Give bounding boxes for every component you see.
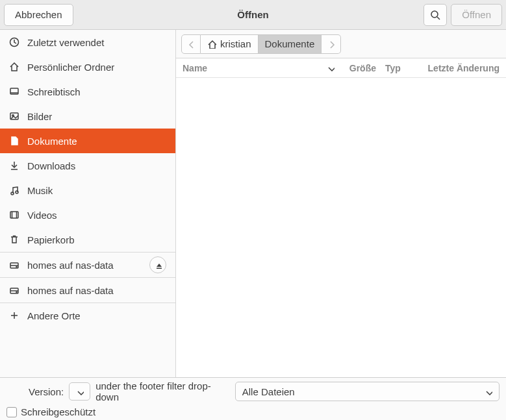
sidebar-item-music[interactable]: Musik xyxy=(0,178,175,203)
sidebar-item-desktop[interactable]: Schreibtisch xyxy=(0,79,175,104)
path-back-button[interactable] xyxy=(181,34,201,54)
sidebar-item-label: Musik xyxy=(27,185,53,196)
video-icon xyxy=(9,210,19,220)
footer: Version: under the footer filter drop-do… xyxy=(0,377,506,420)
sidebar-mount-1[interactable]: homes auf nas-data xyxy=(0,278,175,303)
chevron-right-icon xyxy=(327,40,336,49)
download-icon xyxy=(9,160,19,171)
sidebar-item-documents[interactable]: Dokumente xyxy=(0,129,175,153)
eject-button[interactable] xyxy=(149,256,166,273)
plus-icon xyxy=(9,310,19,321)
sidebar-item-label: Downloads xyxy=(27,160,75,171)
drive-icon xyxy=(9,285,19,295)
home-icon xyxy=(9,62,19,72)
chevron-left-icon xyxy=(186,40,196,49)
sidebar-item-trash[interactable]: Papierkorb xyxy=(0,227,175,252)
sidebar-item-downloads[interactable]: Downloads xyxy=(0,153,175,178)
sidebar-item-pictures[interactable]: Bilder xyxy=(0,104,175,129)
sidebar-item-label: Zuletzt verwendet xyxy=(27,37,104,48)
sidebar-item-label: homes auf nas-data xyxy=(27,260,114,271)
music-icon xyxy=(9,185,19,195)
column-header-name[interactable]: Name xyxy=(183,63,335,73)
open-button[interactable]: Öffnen xyxy=(451,4,502,26)
chevron-down-icon xyxy=(327,64,335,71)
column-header-size[interactable]: Größe xyxy=(344,63,376,73)
column-header-modified[interactable]: Letzte Änderung xyxy=(416,63,500,73)
version-dropdown[interactable] xyxy=(69,382,90,401)
sidebar-item-label: Persönlicher Ordner xyxy=(27,62,114,73)
desktop-icon xyxy=(9,86,19,97)
path-segment-label: Dokumente xyxy=(265,38,315,49)
document-icon xyxy=(9,136,19,146)
sidebar-item-recent[interactable]: Zuletzt verwendet xyxy=(0,30,175,55)
readonly-checkbox[interactable] xyxy=(6,407,17,417)
version-label: Version: xyxy=(29,386,64,397)
chevron-down-icon xyxy=(76,388,84,395)
clock-icon xyxy=(9,37,19,47)
chevron-down-icon xyxy=(485,386,492,397)
sidebar-item-label: Dokumente xyxy=(27,136,77,147)
titlebar: Abbrechen Öffnen Öffnen xyxy=(0,0,506,30)
path-segment-label: kristian xyxy=(220,38,251,49)
readonly-label: Schreibgeschützt xyxy=(21,406,95,417)
path-segment-home[interactable]: kristian xyxy=(201,34,259,54)
drive-icon xyxy=(9,260,19,270)
sidebar-item-label: Bilder xyxy=(27,111,52,122)
search-icon xyxy=(430,10,440,20)
column-header-label: Name xyxy=(183,63,207,73)
trash-icon xyxy=(9,234,19,245)
sidebar-other-locations[interactable]: Andere Orte xyxy=(0,303,175,328)
file-browser: kristian Dokumente Name Größe Typ Letzte… xyxy=(176,30,506,377)
file-list[interactable] xyxy=(176,78,506,377)
path-bar: kristian Dokumente xyxy=(176,30,506,58)
sidebar-item-label: Papierkorb xyxy=(27,234,75,245)
sidebar-item-label: Videos xyxy=(27,210,57,221)
home-icon xyxy=(207,40,216,49)
path-segment-current[interactable]: Dokumente xyxy=(259,34,322,54)
column-header-type[interactable]: Typ xyxy=(385,63,407,73)
sidebar-item-videos[interactable]: Videos xyxy=(0,203,175,227)
sidebar-item-label: homes auf nas-data xyxy=(27,285,114,296)
sort-indicator xyxy=(327,63,335,73)
eject-icon xyxy=(154,261,162,269)
pictures-icon xyxy=(9,111,19,121)
filetype-filter[interactable]: Alle Dateien xyxy=(235,382,500,401)
sidebar-mount-0[interactable]: homes auf nas-data xyxy=(0,253,175,277)
sidebar-item-home[interactable]: Persönlicher Ordner xyxy=(0,55,175,79)
search-button[interactable] xyxy=(424,4,447,26)
cancel-button[interactable]: Abbrechen xyxy=(4,4,73,26)
filetype-selected: Alle Dateien xyxy=(242,386,295,397)
places-sidebar: Zuletzt verwendet Persönlicher Ordner Sc… xyxy=(0,30,176,377)
path-forward-button[interactable] xyxy=(322,34,341,54)
sidebar-item-label: Schreibtisch xyxy=(27,86,81,97)
file-list-header: Name Größe Typ Letzte Änderung xyxy=(176,58,506,78)
sidebar-item-label: Andere Orte xyxy=(27,310,81,321)
